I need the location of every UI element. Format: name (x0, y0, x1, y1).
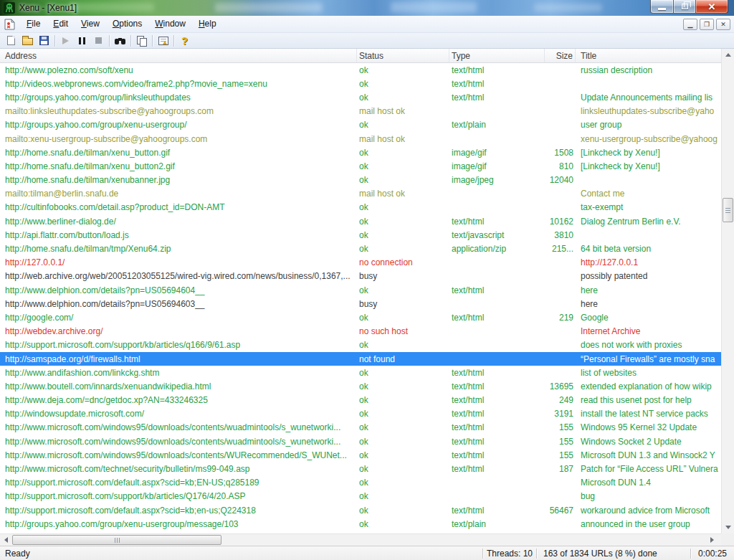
vertical-scrollbar-thumb[interactable] (723, 198, 733, 222)
table-row[interactable]: http://www.microsoft.com/technet/securit… (0, 462, 721, 475)
cell-title: bug (576, 490, 721, 503)
scroll-up-button[interactable] (722, 49, 734, 61)
mdi-minimize-button[interactable]: ▁ (683, 19, 697, 30)
copy-icon (137, 36, 147, 46)
mdi-close-button[interactable]: ✕ (716, 19, 730, 30)
table-row[interactable]: http://www.boutell.com/innards/xenuandwi… (0, 379, 721, 393)
cell-title (576, 77, 721, 90)
table-row[interactable]: http://webdev.archive.org/no such hostIn… (0, 325, 721, 338)
table-row[interactable]: http://groups.yahoo.com/group/xenu-userg… (0, 118, 721, 132)
vertical-scrollbar[interactable] (721, 49, 734, 533)
cell-type: text/html (449, 462, 545, 475)
status-elapsed-time: 0:00:25 (691, 549, 734, 559)
scroll-right-button[interactable] (706, 534, 718, 546)
cell-status: ok (357, 118, 449, 132)
cell-type (449, 256, 545, 270)
cell-size (545, 77, 576, 90)
table-row[interactable]: http://home.snafu.de/tilman/xenubanner.j… (0, 174, 721, 187)
table-row[interactable]: http://www.microsoft.com/windows95/downl… (0, 435, 721, 448)
save-button[interactable] (36, 34, 52, 48)
cell-status: ok (357, 283, 449, 297)
table-row[interactable]: http://home.snafu.de/tilman/xenu_button2… (0, 159, 721, 173)
mdi-restore-button[interactable]: ❐ (700, 19, 714, 30)
table-row[interactable]: http://groups.yahoo.com/group/xenu-userg… (0, 517, 721, 531)
cell-status: ok (357, 366, 449, 379)
table-row[interactable]: mailto:tilman@berlin.snafu.demail host o… (0, 187, 721, 201)
find-button[interactable] (112, 34, 128, 48)
menu-view[interactable]: View (75, 16, 106, 32)
cell-type (449, 132, 545, 146)
table-row[interactable]: http://support.microsoft.com/default.asp… (0, 503, 721, 517)
scroll-left-button[interactable] (0, 534, 12, 546)
column-header-title[interactable]: Title (576, 49, 721, 62)
menu-edit[interactable]: Edit (47, 16, 75, 32)
cell-type (449, 187, 545, 201)
column-header-status[interactable]: Status (357, 49, 449, 62)
cell-status: ok (357, 407, 449, 421)
cell-type: text/html (449, 407, 545, 421)
table-row[interactable]: http://videos.webpronews.com/video/frame… (0, 77, 721, 90)
table-row[interactable]: http://home.snafu.de/tilman/xenu_button.… (0, 146, 721, 159)
table-row[interactable]: mailto:xenu-usergroup-subscribe@yahoogro… (0, 132, 721, 146)
cell-title: Update Announcements mailing lis (576, 90, 721, 104)
toolbar: ? (0, 33, 734, 49)
cell-title: here (576, 297, 721, 310)
cell-title: Patch for “File Access URL” Vulnera (576, 462, 721, 475)
copy-button[interactable] (133, 34, 150, 48)
cell-size: 12040 (545, 174, 576, 187)
menu-options[interactable]: Options (106, 16, 148, 32)
column-header-size[interactable]: Size (545, 49, 576, 62)
table-row[interactable]: http://www.deja.com/=dnc/getdoc.xp?AN=43… (0, 394, 721, 407)
status-ready: Ready (0, 549, 482, 559)
cell-size: 187 (545, 462, 576, 475)
table-row[interactable]: http://www.polezno.com/soft/xenuoktext/h… (0, 63, 721, 77)
menu-help[interactable]: Help (192, 16, 223, 32)
cell-address: http://home.snafu.de/tilman/xenu_button2… (0, 159, 357, 173)
table-row[interactable]: http://127.0.0.1/no connectionhttp://127… (0, 256, 721, 270)
open-button[interactable] (19, 34, 36, 48)
restore-button[interactable] (674, 0, 696, 14)
table-row[interactable]: http://support.microsoft.com/support/kb/… (0, 338, 721, 352)
table-row[interactable]: http://www.andifashion.com/linkckg.shtmo… (0, 366, 721, 379)
table-row[interactable]: http://www.microsoft.com/windows95/downl… (0, 448, 721, 462)
window-title: Xenu - [Xenu1] (19, 3, 77, 13)
properties-button[interactable] (155, 34, 171, 48)
horizontal-scrollbar-thumb[interactable] (12, 535, 221, 545)
table-row[interactable]: http://windowsupdate.microsoft.com/oktex… (0, 407, 721, 421)
horizontal-scrollbar[interactable] (0, 533, 721, 546)
table-row[interactable]: http://support.microsoft.com/default.asp… (0, 476, 721, 490)
cell-status: ok (357, 476, 449, 490)
table-row[interactable]: http://api.flattr.com/button/load.jsokte… (0, 228, 721, 242)
glass-reflection (534, 4, 602, 11)
pause-button[interactable] (74, 34, 90, 48)
cell-type: application/zip (449, 242, 545, 255)
new-button[interactable] (3, 34, 19, 48)
menu-window[interactable]: Window (148, 16, 192, 32)
table-row[interactable]: http://web.archive.org/web/2005120305512… (0, 270, 721, 283)
table-row[interactable]: http://samspade.org/d/firewalls.htmlnot … (0, 352, 721, 366)
column-header-type[interactable]: Type (449, 49, 545, 62)
table-row[interactable]: http://www.delphion.com/details?pn=US056… (0, 283, 721, 297)
table-row[interactable]: http://home.snafu.de/tilman/tmp/Xenu64.z… (0, 242, 721, 255)
table-row[interactable]: http://www.delphion.com/details?pn=US056… (0, 297, 721, 310)
cell-status: ok (357, 146, 449, 159)
table-row[interactable]: http://google.com/oktext/html219Google (0, 310, 721, 324)
menu-file[interactable]: File (20, 16, 47, 32)
table-row[interactable]: http://support.microsoft.com/support/kb/… (0, 490, 721, 503)
help-button[interactable]: ? (176, 34, 193, 48)
table-row[interactable]: mailto:linksleuthupdates-subscribe@yahoo… (0, 105, 721, 118)
cell-size (545, 105, 576, 118)
minimize-button[interactable] (650, 0, 674, 14)
table-row[interactable]: http://groups.yahoo.com/group/linksleuth… (0, 90, 721, 104)
column-header-address[interactable]: Address (0, 49, 357, 62)
cell-size (545, 201, 576, 214)
open-icon (22, 38, 33, 45)
table-row[interactable]: http://cultinfobooks.com/detail.asp?prod… (0, 201, 721, 214)
table-row[interactable]: http://www.berliner-dialog.de/oktext/htm… (0, 214, 721, 228)
scroll-down-button[interactable] (722, 521, 734, 533)
cell-type (449, 476, 545, 490)
table-row[interactable]: http://www.microsoft.com/windows95/downl… (0, 421, 721, 435)
cell-size (545, 187, 576, 201)
close-button[interactable]: ✕ (696, 0, 728, 14)
cell-address: http://support.microsoft.com/support/kb/… (0, 490, 357, 503)
